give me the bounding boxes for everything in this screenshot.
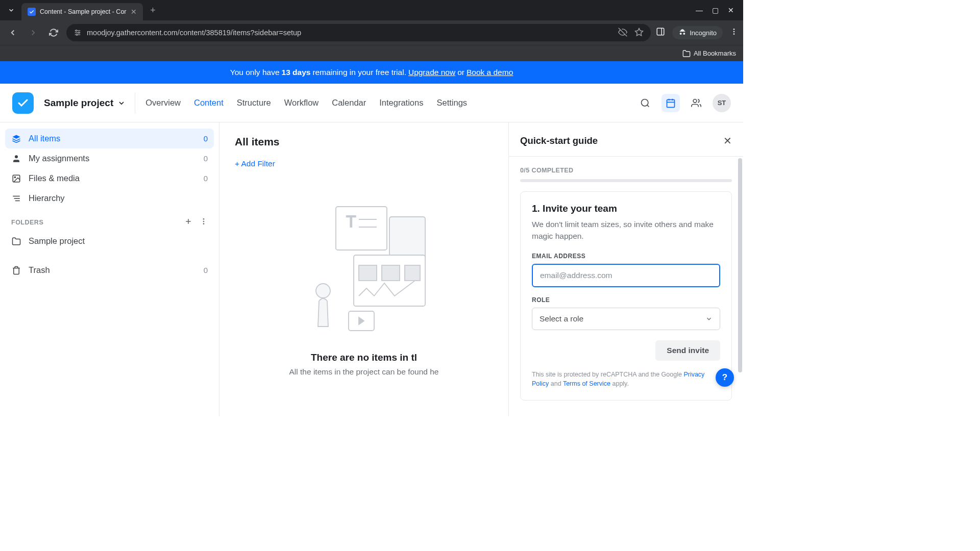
svg-point-5 [76, 34, 78, 36]
user-avatar[interactable]: ST [713, 94, 731, 112]
svg-point-30 [203, 221, 205, 222]
panel-scrollbar[interactable] [738, 158, 742, 372]
sidebar-item-count: 0 [204, 174, 208, 183]
window-controls: — ▢ ✕ [696, 6, 739, 14]
sidebar-item-label: Hierarchy [29, 193, 65, 203]
svg-rect-38 [359, 265, 377, 281]
svg-point-21 [15, 155, 18, 158]
folder-name: Sample project [29, 236, 85, 246]
close-panel-button[interactable]: ✕ [723, 135, 732, 147]
sidebar-item-label: All items [29, 134, 60, 143]
trash-label: Trash [29, 265, 50, 275]
banner-mid: remaining in your free trial. [312, 68, 406, 77]
tab-search-button[interactable] [4, 3, 18, 17]
folders-menu-button[interactable] [200, 217, 208, 227]
help-fab-button[interactable]: ? [716, 368, 734, 387]
svg-marker-20 [13, 135, 20, 139]
url-bar-row: moodjoy.gathercontent.com/content/385819… [0, 20, 743, 45]
step-description: We don't limit team sizes, so invite oth… [532, 218, 720, 242]
new-tab-button[interactable]: + [146, 3, 160, 17]
all-bookmarks-link[interactable]: All Bookmarks [694, 49, 736, 57]
svg-text:T: T [346, 212, 356, 231]
chevron-down-icon [117, 99, 126, 107]
legal-text: This site is protected by reCAPTCHA and … [532, 370, 720, 389]
role-label: ROLE [532, 296, 720, 304]
sidebar-folder-item[interactable]: Sample project [5, 231, 214, 251]
eye-off-icon[interactable] [618, 28, 627, 38]
tab-workflow[interactable]: Workflow [284, 98, 319, 108]
quick-start-step-card: 1. Invite your team We don't limit team … [520, 191, 732, 400]
role-placeholder: Select a role [540, 314, 583, 323]
terms-link[interactable]: Terms of Service [563, 380, 610, 387]
site-settings-icon[interactable] [74, 29, 82, 37]
people-icon[interactable] [687, 94, 705, 112]
sidebar-item-hierarchy[interactable]: Hierarchy [5, 188, 214, 208]
project-switcher[interactable]: Sample project [44, 92, 135, 114]
browser-tab[interactable]: Content - Sample project - Cor ✕ [21, 3, 143, 20]
add-folder-button[interactable] [184, 217, 192, 227]
app-logo-icon[interactable] [12, 92, 34, 114]
send-invite-button[interactable]: Send invite [655, 340, 720, 361]
reload-button[interactable] [46, 25, 61, 40]
add-filter-button[interactable]: + Add Filter [235, 159, 275, 168]
browser-menu-icon[interactable] [730, 28, 738, 38]
svg-point-12 [733, 33, 735, 35]
email-input[interactable] [532, 264, 720, 287]
forward-button[interactable] [26, 25, 41, 40]
sidebar-item-my-assignments[interactable]: My assignments 0 [5, 148, 214, 168]
sidebar: All items 0 My assignments 0 Files & med… [0, 122, 219, 416]
hierarchy-icon [11, 194, 21, 203]
close-window-button[interactable]: ✕ [728, 6, 734, 14]
trial-banner: You only have 13 days remaining in your … [0, 61, 743, 84]
browser-tab-bar: Content - Sample project - Cor ✕ + — ▢ ✕ [0, 0, 743, 20]
tab-settings[interactable]: Settings [436, 98, 467, 108]
svg-point-11 [733, 31, 735, 33]
quick-start-panel: Quick-start guide ✕ 0/5 COMPLETED 1. Inv… [508, 122, 743, 416]
banner-prefix: You only have [230, 68, 280, 77]
tab-overview[interactable]: Overview [145, 98, 181, 108]
guide-icon[interactable] [662, 94, 680, 112]
image-icon [11, 174, 21, 183]
chevron-down-icon [705, 315, 713, 322]
book-demo-link[interactable]: Book a demo [467, 68, 513, 77]
upgrade-link[interactable]: Upgrade now [408, 68, 455, 77]
svg-point-3 [76, 30, 77, 32]
svg-point-41 [316, 284, 330, 298]
back-button[interactable] [5, 25, 20, 40]
tab-structure[interactable]: Structure [237, 98, 271, 108]
folder-icon [11, 237, 21, 246]
svg-point-29 [203, 218, 205, 220]
role-select[interactable]: Select a role [532, 308, 720, 330]
tab-title: Content - Sample project - Cor [40, 8, 127, 15]
incognito-badge[interactable]: Incognito [672, 26, 723, 39]
sidebar-item-trash[interactable]: Trash 0 [5, 260, 214, 280]
maximize-button[interactable]: ▢ [712, 6, 719, 14]
tab-calendar[interactable]: Calendar [332, 98, 366, 108]
side-panel-icon[interactable] [656, 27, 665, 38]
tab-content[interactable]: Content [194, 98, 224, 108]
sidebar-item-all-items[interactable]: All items 0 [5, 129, 214, 148]
svg-point-19 [693, 99, 697, 103]
svg-marker-7 [635, 28, 643, 35]
bookmark-star-icon[interactable] [634, 28, 644, 38]
svg-point-23 [14, 177, 15, 178]
svg-point-4 [78, 32, 80, 34]
svg-rect-8 [657, 28, 664, 35]
tab-close-icon[interactable]: ✕ [131, 8, 137, 16]
empty-title: There are no items in tl [311, 352, 417, 363]
search-icon[interactable] [636, 94, 654, 112]
tab-integrations[interactable]: Integrations [379, 98, 423, 108]
project-name: Sample project [44, 97, 113, 109]
tab-favicon-icon [28, 8, 36, 16]
folder-icon [682, 49, 691, 58]
trash-count: 0 [204, 266, 208, 274]
app-header: Sample project Overview Content Structur… [0, 84, 743, 122]
sidebar-item-label: My assignments [29, 154, 89, 163]
sidebar-item-files-media[interactable]: Files & media 0 [5, 168, 214, 188]
svg-point-31 [203, 223, 205, 224]
svg-rect-39 [382, 265, 400, 281]
trash-icon [11, 266, 21, 275]
bookmarks-bar: All Bookmarks [0, 45, 743, 61]
url-bar[interactable]: moodjoy.gathercontent.com/content/385819… [66, 24, 651, 41]
minimize-button[interactable]: — [696, 6, 703, 14]
